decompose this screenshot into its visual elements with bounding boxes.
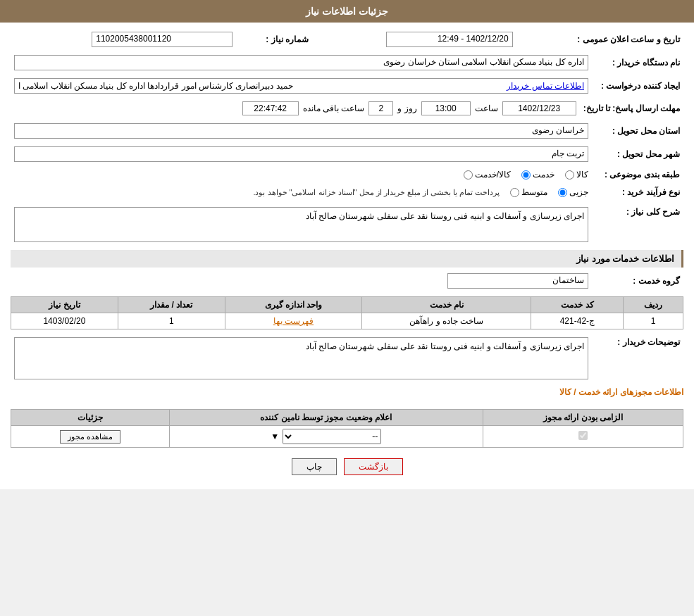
buyer-org-value: اداره کل بنیاد مسکن انقلاب اسلامی استان … [14,55,588,70]
requester-link[interactable]: اطلاعات تماس خریدار [507,81,584,91]
cell-unit[interactable]: فهرست بها [225,313,361,329]
deadline-remaining: 22:47:42 [242,101,299,115]
print-button[interactable]: چاپ [292,458,337,475]
services-table: ردیف کد خدمت نام خدمت واحد اندازه گیری ت… [11,296,683,329]
category-kala-khadmat[interactable]: کالا/خدمت [464,170,511,180]
category-kala[interactable]: کالا [565,170,588,180]
perm-checkbox-cell [483,426,683,448]
announcement-label: تاریخ و ساعت اعلان عمومی : [516,30,683,49]
perm-col-status: اعلام وضعیت مجوز توسط نامین کننده [169,410,483,426]
action-buttons-row: بازگشت چاپ [11,448,683,482]
deadline-time-label: ساعت [475,103,498,113]
perm-details-cell: مشاهده مجوز [11,426,170,448]
table-row: 1 ج-42-421 ساخت جاده و راهآهن فهرست بها … [11,313,683,329]
description-label: شرح کلی نیاز : [592,205,683,244]
tender-number-label: شماره نیاز : [236,30,312,49]
perm-status-select[interactable]: -- [283,429,381,444]
service-group-value: ساختمان [447,273,588,289]
page-title: جزئیات اطلاعات نیاز [306,6,388,17]
deadline-label: مهلت ارسال پاسخ: تا تاریخ: [580,99,683,118]
perm-row: -- ▼ مشاهده مجوز [11,426,683,448]
city-value: تربت جام [14,146,588,162]
perm-col-required: الزامی بودن ارائه مجوز [483,410,683,426]
purchase-type-motavasset[interactable]: متوسط [510,187,547,197]
purchase-type-note: پرداخت تمام یا بخشی از مبلغ خریدار از مح… [253,188,500,197]
city-label: شهر محل تحویل : [592,144,683,164]
dropdown-icon: ▼ [271,432,279,441]
permissions-section-title: اطلاعات مجوزهای ارائه خدمت / کالا [11,387,683,397]
announcement-value: 1402/12/20 - 12:49 [386,32,513,47]
col-header-row: ردیف [624,297,683,313]
requester-label: ایجاد کننده درخواست : [592,76,683,96]
back-button[interactable]: بازگشت [344,458,403,475]
purchase-type-jozi[interactable]: جزیی [558,187,588,197]
service-group-label: گروه خدمت : [592,271,683,291]
deadline-days-label: روز و [397,103,416,113]
cell-qty: 1 [118,313,225,329]
col-header-unit: واحد اندازه گیری [225,297,361,313]
deadline-date: 1402/12/23 [502,101,576,115]
perm-status-cell: -- ▼ [169,426,483,448]
view-permit-button[interactable]: مشاهده مجوز [60,430,120,444]
buyer-org-label: نام دستگاه خریدار : [592,53,683,73]
province-value: خراسان رضوی [14,123,588,139]
services-section-title: اطلاعات خدمات مورد نیاز [11,250,683,268]
province-label: استان محل تحویل : [592,121,683,141]
col-header-date: تاریخ نیاز [11,297,118,313]
perm-checkbox [578,431,588,440]
tender-number-value: 1102005438001120 [92,32,233,47]
col-header-name: نام خدمت [362,297,531,313]
permissions-table: الزامی بودن ارائه مجوز اعلام وضعیت مجوز … [11,409,683,448]
purchase-type-label: نوع فرآیند خرید : [592,185,683,199]
category-khadmat[interactable]: خدمت [521,170,554,180]
requester-value: حمید دبیرانصاری کارشناس امور قراردادها ا… [18,81,293,91]
col-header-qty: تعداد / مقدار [118,297,225,313]
col-header-code: کد خدمت [531,297,624,313]
deadline-days: 2 [368,101,393,115]
category-label: طبقه بندی موضوعی : [592,168,683,182]
buyer-notes-value: اجرای زیرسازی و آسفالت و ابنیه فنی روستا… [14,337,588,379]
deadline-time: 13:00 [421,101,471,115]
cell-date: 1403/02/20 [11,313,118,329]
description-value: اجرای زیرسازی و آسفالت و ابنیه فنی روستا… [14,207,588,242]
cell-row: 1 [624,313,683,329]
buyer-notes-label: توضیحات خریدار : [592,335,683,382]
cell-name: ساخت جاده و راهآهن [362,313,531,329]
cell-code: ج-42-421 [531,313,624,329]
deadline-remaining-label: ساعت باقی مانده [303,103,365,113]
requester-row: اطلاعات تماس خریدار حمید دبیرانصاری کارش… [14,78,588,94]
perm-col-details: جزئیات [11,410,170,426]
page-header: جزئیات اطلاعات نیاز [0,0,694,23]
